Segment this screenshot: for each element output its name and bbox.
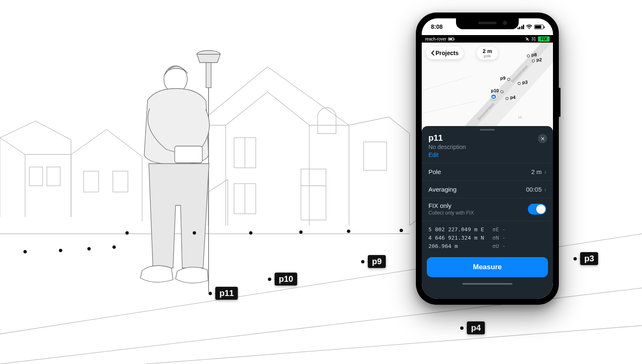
phone-notch	[456, 18, 519, 29]
map-point-p9[interactable]: p9	[507, 78, 510, 81]
point-name: p11	[428, 133, 546, 143]
map-canvas[interactable]: 15 Simonstrasse Simonstrasse Projects 2 …	[422, 43, 553, 130]
back-label: Projects	[436, 50, 459, 56]
svg-rect-5	[47, 167, 60, 186]
scene-dot	[347, 230, 350, 233]
svg-line-3	[146, 326, 642, 364]
satellite-count: 31	[531, 37, 536, 41]
svg-rect-15	[301, 169, 326, 220]
svg-rect-8	[113, 171, 128, 192]
averaging-row[interactable]: Averaging 00:05›	[422, 180, 553, 198]
svg-text:15: 15	[518, 115, 522, 119]
wifi-icon	[526, 24, 532, 29]
cellular-icon	[517, 25, 525, 29]
fix-only-row: FIX only Collect only with FIX	[422, 198, 553, 221]
scene-dot	[400, 229, 403, 232]
scene-dot	[299, 230, 303, 234]
svg-rect-4	[29, 167, 43, 186]
svg-rect-17	[364, 142, 387, 170]
back-button[interactable]: Projects	[426, 47, 464, 59]
status-time: 8:08	[431, 23, 443, 30]
scene-dot	[249, 231, 252, 235]
edit-link[interactable]: Edit	[428, 152, 438, 158]
phone-screen: 8:08 reach-rover 31 FIX	[422, 18, 553, 299]
scene-dot	[112, 245, 116, 249]
fix-badge: FIX	[538, 36, 550, 42]
scene-dot	[125, 231, 129, 235]
fix-only-toggle[interactable]	[528, 204, 546, 215]
home-indicator	[462, 283, 512, 285]
app-status-bar: reach-rover 31 FIX	[422, 35, 553, 43]
chevron-left-icon	[431, 51, 434, 56]
close-button[interactable]: ✕	[538, 134, 547, 143]
map-point-p2[interactable]: p2	[532, 60, 535, 63]
map-point-p8[interactable]: p8	[527, 55, 530, 58]
device-battery-icon	[448, 38, 454, 40]
point-description: No description	[428, 144, 546, 150]
point-sheet: ✕ p11 No description Edit Pole 2 m› Aver…	[422, 126, 553, 299]
chevron-right-icon: ›	[544, 186, 546, 193]
svg-rect-22	[175, 146, 202, 163]
pole-chip[interactable]: 2 m pole	[477, 47, 498, 60]
sheet-grabber[interactable]	[480, 129, 495, 131]
map-point-p4[interactable]: p4	[506, 97, 509, 100]
scene-dot	[193, 231, 196, 235]
scene-dot	[23, 250, 27, 253]
pole-row[interactable]: Pole 2 m›	[422, 163, 553, 180]
measure-button[interactable]: Measure	[427, 257, 548, 277]
device-name: reach-rover	[425, 37, 446, 41]
map-point-p10[interactable]: p10	[501, 91, 504, 94]
svg-rect-20	[206, 63, 211, 88]
svg-rect-7	[84, 171, 99, 192]
scene-dot	[87, 247, 91, 250]
phone-frame: 8:08 reach-rover 31 FIX	[416, 13, 559, 305]
rover-marker: R	[491, 94, 497, 100]
chevron-right-icon: ›	[544, 168, 546, 175]
coordinates-readout: 5 802 227.049 m E 4 646 921.324 m N 206.…	[422, 221, 553, 253]
map-point-p3[interactable]: p3	[518, 82, 521, 85]
satellite-icon	[525, 37, 529, 41]
scene-dot	[59, 249, 62, 252]
battery-icon	[534, 25, 544, 29]
